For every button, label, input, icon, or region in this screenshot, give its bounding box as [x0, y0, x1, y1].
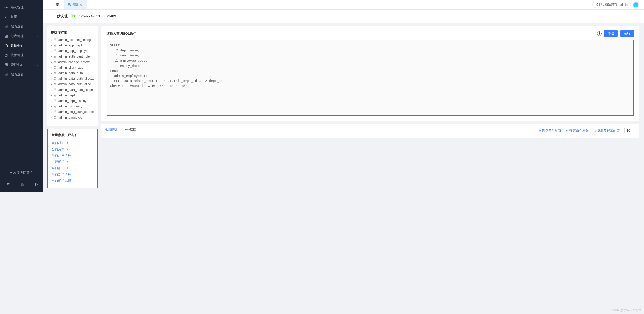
table-icon: [54, 116, 57, 119]
help-icon[interactable]: ?: [597, 31, 602, 36]
caret-icon: ▸: [51, 117, 52, 119]
sidebar-item-home[interactable]: 首页: [0, 12, 43, 22]
svg-point-38: [54, 100, 56, 100]
tab-datasource[interactable]: 数据源 ✕: [64, 0, 87, 9]
gear-icon: ⚙: [593, 129, 596, 132]
db-table-label: admin_data_auth_scope: [58, 88, 93, 92]
avatar[interactable]: [633, 2, 639, 8]
sidebar-item-system[interactable]: 系统管理 ⌄: [0, 3, 43, 12]
table-icon: [54, 88, 57, 92]
result-tab-data[interactable]: 返回数据: [105, 127, 118, 134]
table-icon: [54, 55, 57, 58]
filter-permission-link[interactable]: ⚙筛选条件权限: [566, 129, 589, 133]
svg-rect-13: [5, 64, 6, 65]
db-table-item[interactable]: ▸admin_dept: [51, 93, 94, 98]
svg-point-36: [54, 89, 56, 89]
db-table-item[interactable]: ▸admin_app_dept: [51, 43, 94, 48]
chevron-down-icon: ⌄: [37, 25, 39, 28]
chevron-down-icon: ⌄: [37, 64, 39, 66]
run-button[interactable]: 运行: [620, 30, 634, 37]
tab-label: 主页: [53, 3, 59, 7]
add-quick-menu-button[interactable]: + 添加快捷菜单: [2, 168, 41, 177]
close-icon[interactable]: ✕: [80, 3, 82, 7]
collapse-sidebar-button[interactable]: [0, 179, 16, 189]
sidebar-item-label: 首页: [11, 15, 39, 19]
doc-icon: [4, 72, 8, 76]
db-table-item[interactable]: ▸admin_client_app: [51, 65, 94, 70]
param-item[interactable]: 当前租户ID: [52, 140, 94, 146]
db-table-item[interactable]: ▸admin_employee: [51, 115, 94, 120]
table-icon: [54, 61, 57, 64]
filter-config-link[interactable]: ⚙筛选条件配置: [538, 129, 561, 133]
db-table-item[interactable]: ▸admin_data_auth: [51, 70, 94, 76]
db-table-label: admin_change_password...: [58, 60, 94, 64]
constant-params-panel: 常量参数（双击） 当前租户ID当前用户ID当前用户名称主属部门ID当前部门ID当…: [47, 129, 98, 188]
welcome-text: 欢迎，初始部门 | admin: [592, 2, 631, 8]
modify-button[interactable]: 修改: [604, 30, 618, 37]
svg-point-1: [5, 16, 5, 16]
sidebar-item-admin-center[interactable]: 管理中心 ⌄: [0, 60, 43, 70]
chevron-down-icon: ⌄: [37, 35, 39, 38]
sidebar-item-template[interactable]: 模板管理: [0, 50, 43, 60]
db-table-label: admin_ding_auth_source: [58, 110, 94, 114]
param-item[interactable]: 当前部门ID: [52, 165, 94, 172]
table-icon: [54, 83, 57, 86]
table-icon: [54, 94, 57, 97]
sql-panel: 请输入查询SQL语句 ? 修改 运行 SELECT t2.dept_name, …: [101, 26, 639, 121]
page-size-value: 10: [627, 129, 630, 132]
svg-point-34: [54, 77, 56, 78]
sidebar-item-label: 模板管理: [11, 53, 39, 58]
table-icon: [54, 49, 57, 53]
sidebar-item-report-manage[interactable]: 报表管理 ⌄: [0, 31, 43, 41]
sidebar-menu: 系统管理 ⌄ 首页 报表查看 ⌄ 报表管理 ⌄ 数据中心 ⌄: [0, 0, 43, 163]
db-table-item[interactable]: ▸admin_dictionary: [51, 104, 94, 109]
db-details-panel: 数据库详情 ▸admin_account_setting▸admin_app_d…: [47, 26, 98, 126]
db-table-label: admin_dept: [58, 94, 75, 97]
back-button[interactable]: 〈: [49, 13, 54, 19]
page-size-select[interactable]: 10 ⌄: [624, 128, 636, 133]
caret-icon: ▸: [51, 72, 52, 74]
db-table-item[interactable]: ▸admin_app_employee: [51, 48, 94, 54]
svg-point-3: [5, 17, 5, 18]
param-item[interactable]: 当前部门名称: [52, 172, 94, 178]
svg-rect-23: [23, 183, 24, 184]
db-table-item[interactable]: ▸admin_change_password...: [51, 59, 94, 65]
svg-point-40: [54, 111, 56, 111]
doc-icon: [4, 53, 8, 57]
page-title: 默认值: [57, 14, 68, 19]
db-table-item[interactable]: ▸admin_data_auth_allocat...: [51, 81, 94, 87]
db-table-item[interactable]: ▸admin_auth_dept_role: [51, 54, 94, 59]
db-table-item[interactable]: ▸admin_account_setting: [51, 37, 94, 43]
play-button[interactable]: [30, 179, 43, 189]
result-tab-json[interactable]: Json数据: [123, 127, 136, 134]
chevron-down-icon: ⌄: [632, 129, 634, 132]
db-table-item[interactable]: ▸admin_data_auth_scope: [51, 87, 94, 93]
svg-point-31: [54, 61, 56, 62]
sidebar-item-report-view2[interactable]: 报表查看 ⌄: [0, 70, 43, 79]
chevron-down-icon: ⌄: [37, 44, 39, 47]
mapping-config-link[interactable]: ⚙映射及解密配置: [593, 129, 620, 133]
db-table-item[interactable]: ▸admin_dept_display: [51, 98, 94, 104]
db-table-item[interactable]: ▸admin_data_auth_allocate: [51, 76, 94, 81]
db-table-label: admin_dictionary: [58, 105, 82, 108]
sidebar-item-report-view[interactable]: 报表查看 ⌄: [0, 22, 43, 31]
apps-button[interactable]: [16, 179, 30, 189]
caret-icon: ▸: [51, 61, 52, 63]
sidebar-item-data-center[interactable]: 数据中心 ⌄: [0, 41, 43, 50]
param-item[interactable]: 当前部门编码: [52, 178, 94, 184]
db-panel-title: 数据库详情: [51, 30, 94, 35]
svg-rect-16: [6, 65, 7, 66]
sql-input[interactable]: SELECT t2.dept_name, t1.real_name, t1.em…: [107, 40, 634, 116]
db-table-item[interactable]: ▸admin_ding_auth_source: [51, 109, 94, 115]
table-icon: [54, 44, 57, 47]
param-item[interactable]: 主属部门ID: [52, 159, 94, 165]
sidebar-item-label: 系统管理: [11, 5, 37, 10]
caret-icon: ▸: [51, 100, 52, 102]
param-item[interactable]: 当前用户ID: [52, 146, 94, 153]
caret-icon: ▸: [51, 94, 52, 97]
db-table-label: admin_data_auth_allocat...: [58, 82, 94, 86]
db-table-label: admin_app_dept: [58, 44, 82, 47]
param-item[interactable]: 当前用户名称: [52, 153, 94, 159]
db-table-label: admin_client_app: [58, 66, 83, 69]
tab-home[interactable]: 主页: [48, 0, 64, 9]
